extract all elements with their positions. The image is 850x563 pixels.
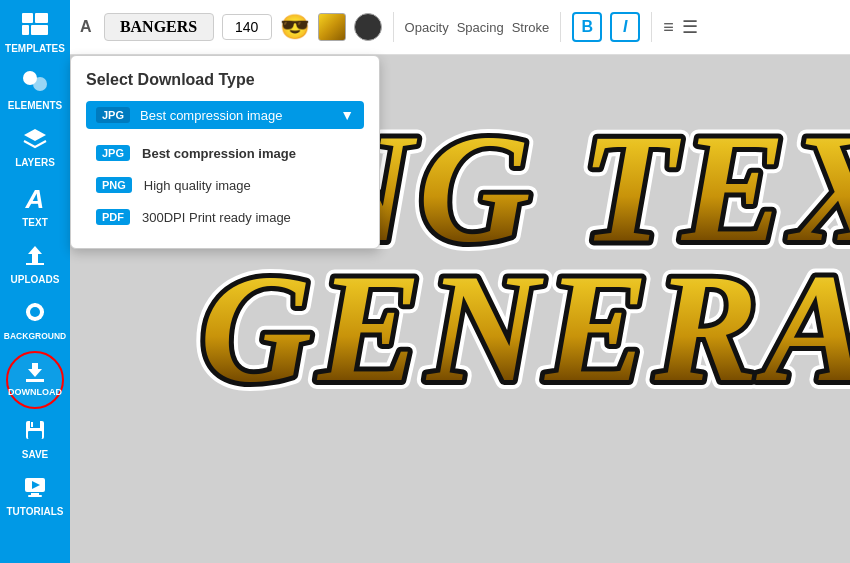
download-select-row[interactable]: JPG Best compression image ▼ — [86, 101, 364, 129]
option-label-pdf: 300DPI Print ready image — [142, 210, 291, 225]
sidebar-label-background: BACKGROUND — [4, 331, 66, 341]
align-left-button[interactable]: ≡ — [663, 17, 674, 38]
background-icon — [24, 301, 46, 329]
option-badge-jpg: JPG — [96, 145, 130, 161]
uploads-icon — [24, 244, 46, 272]
sidebar-item-download[interactable]: DOWNLOAD — [6, 351, 64, 409]
save-icon — [24, 419, 46, 447]
sidebar-label-uploads: UPLOADS — [11, 274, 60, 285]
bold-button[interactable]: B — [572, 12, 602, 42]
sidebar-item-background[interactable]: BACKGROUND — [0, 293, 70, 349]
svg-rect-0 — [22, 13, 33, 23]
elements-icon — [22, 70, 48, 98]
font-name-display[interactable]: BANGERS — [104, 13, 214, 41]
download-option-jpg[interactable]: JPG Best compression image — [86, 137, 364, 169]
sidebar-label-layers: LAYERS — [15, 157, 55, 168]
svg-rect-2 — [22, 25, 29, 35]
selected-format-label: Best compression image — [140, 108, 340, 123]
italic-button[interactable]: I — [610, 12, 640, 42]
tutorials-icon — [24, 476, 46, 504]
svg-marker-7 — [28, 246, 42, 264]
font-size-input[interactable] — [222, 14, 272, 40]
sidebar: TEMPLATES ELEMENTS LAYERS A TEXT — [0, 0, 70, 563]
svg-rect-23 — [28, 495, 42, 497]
chevron-down-icon: ▼ — [340, 107, 354, 123]
option-badge-png: PNG — [96, 177, 132, 193]
svg-rect-3 — [31, 25, 48, 35]
sidebar-label-text: TEXT — [22, 217, 48, 228]
sidebar-label-templates: TEMPLATES — [5, 43, 65, 54]
svg-rect-8 — [26, 263, 44, 265]
stroke-label[interactable]: Stroke — [512, 20, 550, 35]
text-line-2: GENERATOR GENERATOR GENERATOR — [190, 225, 850, 414]
download-option-pdf[interactable]: PDF 300DPI Print ready image — [86, 201, 364, 233]
option-label-png: High quality image — [144, 178, 251, 193]
circle-color-button[interactable] — [354, 13, 382, 41]
sidebar-label-tutorials: TUTORIALS — [6, 506, 63, 517]
font-icon: A — [80, 18, 92, 36]
sidebar-item-text[interactable]: A TEXT — [0, 176, 70, 236]
sidebar-item-uploads[interactable]: UPLOADS — [0, 236, 70, 293]
toolbar-separator-3 — [651, 12, 652, 42]
sidebar-item-save[interactable]: SAVE — [0, 411, 70, 468]
templates-icon — [22, 13, 48, 41]
spacing-label[interactable]: Spacing — [457, 20, 504, 35]
download-dropdown: Select Download Type JPG Best compressio… — [70, 55, 380, 249]
svg-marker-6 — [24, 129, 46, 141]
sidebar-label-save: SAVE — [22, 449, 49, 460]
toolbar-separator-1 — [393, 12, 394, 42]
sidebar-item-elements[interactable]: ELEMENTS — [0, 62, 70, 119]
svg-text:GENERATOR: GENERATOR — [200, 242, 850, 410]
option-badge-pdf: PDF — [96, 209, 130, 225]
align-right-button[interactable]: ☰ — [682, 16, 698, 38]
layers-icon — [22, 127, 48, 155]
sidebar-label-download: DOWNLOAD — [8, 387, 62, 397]
svg-point-5 — [33, 77, 47, 91]
text-icon: A — [26, 184, 45, 215]
svg-rect-20 — [31, 422, 33, 427]
opacity-label[interactable]: Opacity — [405, 20, 449, 35]
svg-rect-1 — [35, 13, 48, 23]
svg-marker-15 — [28, 363, 42, 377]
toolbar-separator-2 — [560, 12, 561, 42]
toolbar: A BANGERS 😎 Opacity Spacing Stroke B I ≡… — [70, 0, 850, 55]
sidebar-label-elements: ELEMENTS — [8, 100, 62, 111]
sidebar-item-layers[interactable]: LAYERS — [0, 119, 70, 176]
selected-format-badge: JPG — [96, 107, 130, 123]
sidebar-item-templates[interactable]: TEMPLATES — [0, 5, 70, 62]
download-option-png[interactable]: PNG High quality image — [86, 169, 364, 201]
svg-point-10 — [30, 307, 40, 317]
svg-rect-16 — [26, 379, 44, 382]
svg-rect-19 — [28, 431, 42, 439]
option-label-jpg: Best compression image — [142, 146, 296, 161]
sidebar-item-tutorials[interactable]: TUTORIALS — [0, 468, 70, 525]
italic-icon: I — [623, 18, 627, 36]
emoji-button[interactable]: 😎 — [280, 13, 310, 41]
dropdown-title: Select Download Type — [86, 71, 364, 89]
download-wrapper: DOWNLOAD — [0, 351, 70, 409]
color-swatch-gold[interactable] — [318, 13, 346, 41]
download-icon — [24, 363, 46, 387]
